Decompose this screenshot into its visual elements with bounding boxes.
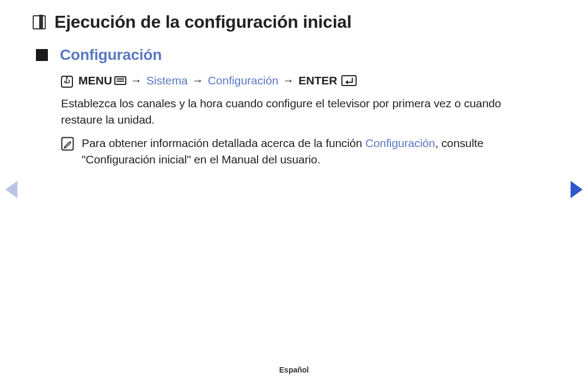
footer-language: Español (0, 365, 588, 374)
breadcrumb-menu-label: MENU (78, 74, 112, 87)
section-title: Configuración (60, 46, 162, 64)
note-text: Para obtener información detallada acerc… (82, 135, 534, 168)
arrow-icon: → (281, 74, 295, 87)
note-prefix: Para obtener información detallada acerc… (82, 137, 365, 149)
body-paragraph: Establezca los canales y la hora cuando … (61, 95, 534, 129)
note-row: Para obtener información detallada acerc… (61, 135, 534, 168)
next-page-arrow-icon[interactable] (571, 181, 583, 198)
arrow-icon: → (191, 74, 205, 87)
page-content: Ejecución de la configuración inicial Co… (0, 0, 588, 168)
square-bullet-icon (36, 49, 48, 61)
page-title-row: Ejecución de la configuración inicial (33, 12, 534, 32)
note-pencil-icon (61, 137, 74, 151)
menu-grid-icon (114, 76, 126, 85)
breadcrumb: MENU → Sistema → Configuración → ENTER (61, 74, 534, 88)
breadcrumb-configuracion: Configuración (208, 74, 279, 87)
section-heading-row: Configuración (36, 46, 534, 64)
page-title: Ejecución de la configuración inicial (54, 12, 352, 32)
breadcrumb-enter-label: ENTER (298, 74, 337, 87)
note-highlight: Configuración (365, 137, 435, 149)
hand-tap-icon (61, 74, 73, 88)
enter-key-icon (341, 75, 357, 86)
prev-page-arrow-icon[interactable] (5, 181, 17, 198)
arrow-icon: → (130, 74, 143, 87)
book-icon (33, 15, 46, 29)
breadcrumb-sistema: Sistema (146, 74, 188, 87)
svg-rect-0 (62, 76, 72, 87)
